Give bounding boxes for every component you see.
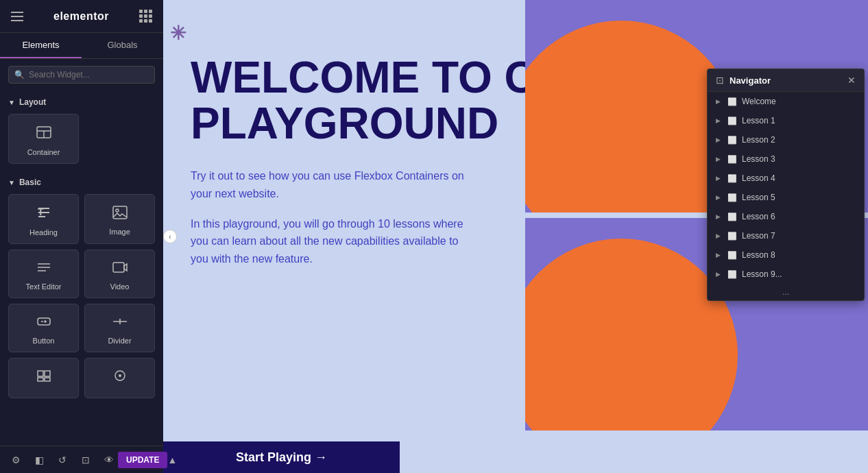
expand-button[interactable]: ▲ xyxy=(167,454,177,465)
settings-icon[interactable]: ⚙ xyxy=(7,451,25,469)
nav-item-lesson9[interactable]: ▶ ⬜ Lesson 9... xyxy=(708,265,864,284)
widget-video[interactable]: Video xyxy=(84,250,155,298)
tab-globals[interactable]: Globals xyxy=(82,33,163,58)
nav-header-left: ⊡ Navigator xyxy=(716,75,771,86)
widget-divider[interactable]: Divider xyxy=(84,304,155,352)
layers-icon[interactable]: ◧ xyxy=(30,451,48,469)
nav-item-lesson7[interactable]: ▶ ⬜ Lesson 7 xyxy=(708,226,864,245)
nav-item-welcome-icon: ⬜ xyxy=(727,97,738,106)
tab-elements[interactable]: Elements xyxy=(0,33,82,58)
widget-text-editor[interactable]: Text Editor xyxy=(8,250,79,298)
nav-item-lesson7-icon: ⬜ xyxy=(727,232,738,241)
nav-item-lesson8-arrow: ▶ xyxy=(716,252,723,258)
nav-item-lesson7-label: Lesson 7 xyxy=(742,231,856,241)
svg-rect-10 xyxy=(38,318,50,325)
elementor-logo: elementor xyxy=(53,10,109,23)
svg-text:T: T xyxy=(38,206,44,217)
widget-heading-label: Heading xyxy=(29,228,58,236)
nav-item-lesson5-icon: ⬜ xyxy=(727,193,738,202)
nav-item-lesson3-icon: ⬜ xyxy=(727,155,738,164)
nav-item-lesson9-label: Lesson 9... xyxy=(742,269,856,279)
nav-item-lesson8-label: Lesson 8 xyxy=(742,250,856,260)
nav-item-lesson7-arrow: ▶ xyxy=(716,232,723,239)
left-panel: elementor Elements Globals 🔍 ▼ Layout xyxy=(0,0,163,473)
eye-icon[interactable]: 👁 xyxy=(100,451,118,469)
container-icon xyxy=(36,124,52,144)
panel-content: ▼ Layout Container ▼ Basic xyxy=(0,90,163,473)
main-canvas: ✳ WELCOME TO CONTAINERS PLAYGROUND Try i… xyxy=(163,0,868,473)
nav-item-lesson4-icon: ⬜ xyxy=(727,174,738,183)
tabs-row: Elements Globals xyxy=(0,33,163,59)
nav-item-lesson1-arrow: ▶ xyxy=(716,117,723,124)
grid-icon[interactable] xyxy=(139,10,152,23)
navigator-title: Navigator xyxy=(730,75,771,86)
svg-rect-15 xyxy=(45,371,50,376)
widget-text-editor-label: Text Editor xyxy=(26,282,62,291)
nav-item-lesson3[interactable]: ▶ ⬜ Lesson 3 xyxy=(708,149,864,169)
nav-item-lesson6-icon: ⬜ xyxy=(727,213,738,221)
start-playing-button[interactable]: Start Playing → xyxy=(163,441,400,473)
nav-item-lesson2[interactable]: ▶ ⬜ Lesson 2 xyxy=(708,130,864,149)
top-bar: elementor xyxy=(0,0,163,33)
nav-item-lesson6[interactable]: ▶ ⬜ Lesson 6 xyxy=(708,207,864,226)
search-icon: 🔍 xyxy=(14,70,25,80)
svg-point-12 xyxy=(45,321,46,322)
basic-section-header[interactable]: ▼ Basic xyxy=(0,171,163,191)
nav-item-lesson4[interactable]: ▶ ⬜ Lesson 4 xyxy=(708,169,864,188)
navigator-list: ▶ ⬜ Welcome ▶ ⬜ Lesson 1 ▶ ⬜ Lesson 2 ▶ … xyxy=(708,92,864,284)
navigator-header: ⊡ Navigator ✕ xyxy=(708,69,864,92)
search-box: 🔍 xyxy=(8,66,155,84)
nav-item-lesson1[interactable]: ▶ ⬜ Lesson 1 xyxy=(708,111,864,130)
nav-item-lesson9-arrow: ▶ xyxy=(716,271,723,278)
card-orange-circle-bottom xyxy=(525,239,738,430)
update-button[interactable]: UPDATE xyxy=(118,452,167,468)
widget-video-label: Video xyxy=(110,282,130,291)
nav-item-lesson8-icon: ⬜ xyxy=(727,251,738,260)
nav-item-lesson1-label: Lesson 1 xyxy=(742,116,856,125)
collapse-panel-arrow[interactable]: ‹ xyxy=(163,230,177,243)
navigator-close-button[interactable]: ✕ xyxy=(847,75,856,86)
responsive-icon[interactable]: ⊡ xyxy=(77,451,95,469)
basic-section-label: Basic xyxy=(19,178,41,187)
nav-item-lesson5[interactable]: ▶ ⬜ Lesson 5 xyxy=(708,188,864,207)
nav-item-lesson5-arrow: ▶ xyxy=(716,194,723,201)
nav-item-lesson3-arrow: ▶ xyxy=(716,156,723,162)
extra1-icon xyxy=(36,368,52,387)
svg-rect-4 xyxy=(113,206,127,219)
search-input[interactable] xyxy=(29,70,149,80)
nav-item-lesson9-icon: ⬜ xyxy=(727,270,738,279)
widget-container-label: Container xyxy=(27,148,60,156)
nav-item-welcome-arrow: ▶ xyxy=(716,98,723,105)
layout-section-header[interactable]: ▼ Layout xyxy=(0,90,163,111)
navigator-panel-icon: ⊡ xyxy=(716,75,724,86)
widget-extra2[interactable] xyxy=(84,358,155,398)
widget-container[interactable]: Container xyxy=(8,114,79,164)
bottom-icons: ⚙ ◧ ↺ ⊡ 👁 xyxy=(7,451,118,469)
hero-description-1: Try it out to see how you can use Flexbo… xyxy=(191,167,465,202)
nav-item-welcome[interactable]: ▶ ⬜ Welcome xyxy=(708,92,864,111)
widget-button[interactable]: Button xyxy=(8,304,79,352)
widget-image[interactable]: Image xyxy=(84,194,155,244)
divider-icon xyxy=(112,314,128,332)
nav-item-lesson3-label: Lesson 3 xyxy=(742,154,856,164)
history-icon[interactable]: ↺ xyxy=(53,451,71,469)
image-icon xyxy=(112,205,128,223)
hamburger-icon[interactable] xyxy=(11,12,23,21)
nav-item-lesson8[interactable]: ▶ ⬜ Lesson 8 xyxy=(708,245,864,265)
svg-rect-9 xyxy=(113,263,124,272)
basic-arrow-icon: ▼ xyxy=(8,179,15,186)
extra2-icon xyxy=(112,368,128,387)
nav-item-welcome-label: Welcome xyxy=(742,97,856,106)
navigator-more[interactable]: ... xyxy=(708,284,864,300)
hero-description-2: In this playground, you will go through … xyxy=(191,215,465,268)
svg-point-5 xyxy=(116,209,119,212)
widget-heading[interactable]: T Heading xyxy=(8,194,79,244)
widget-extra1[interactable] xyxy=(8,358,79,398)
svg-rect-17 xyxy=(45,378,50,381)
svg-rect-14 xyxy=(38,371,43,376)
button-icon xyxy=(36,314,52,332)
nav-item-lesson6-arrow: ▶ xyxy=(716,213,723,220)
nav-item-lesson5-label: Lesson 5 xyxy=(742,193,856,202)
video-icon xyxy=(112,260,128,278)
heading-icon: T xyxy=(36,204,52,224)
